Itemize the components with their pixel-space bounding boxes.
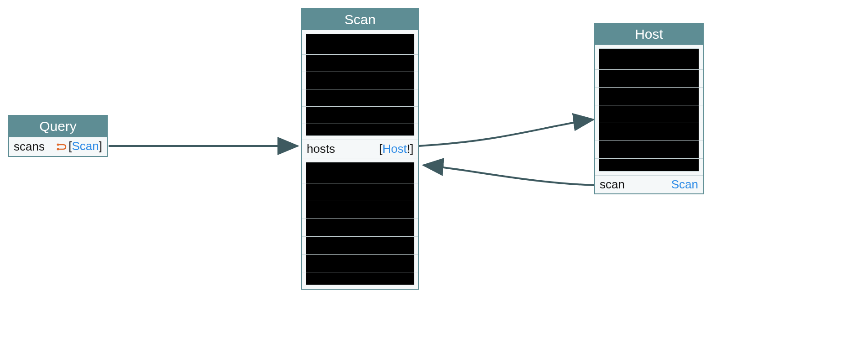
node-query-header: Query [9,116,107,137]
connector-icon [57,140,68,154]
diagram-arrows [0,0,868,354]
node-host-header: Host [595,24,703,45]
field-type: [Host!] [379,142,413,156]
type-link-scan[interactable]: Scan [671,177,698,191]
node-scan-header: Scan [302,9,418,30]
redacted-block-top [302,34,418,136]
field-scan-hosts[interactable]: hosts [Host!] [302,140,418,158]
type-link-host[interactable]: Host [382,142,407,156]
field-query-scans[interactable]: scans [Scan] [9,137,107,156]
redacted-block-bottom [302,162,418,285]
type-link-scan[interactable]: Scan [72,139,99,153]
field-name: hosts [307,142,335,156]
redacted-block-host [595,48,703,172]
edge-scan-to-host [419,120,593,146]
svg-point-2 [57,148,59,150]
field-type: Scan [671,177,698,192]
field-name: scans [14,140,45,154]
node-scan: Scan hosts [Host!] [301,8,419,290]
node-host: Host scan Scan [594,23,704,194]
field-name: scan [600,177,625,192]
field-type: [Scan] [57,139,102,154]
field-host-scan[interactable]: scan Scan [595,175,703,193]
edge-host-to-scan [424,165,594,185]
svg-point-1 [57,143,59,146]
node-query: Query scans [Scan] [8,115,108,157]
